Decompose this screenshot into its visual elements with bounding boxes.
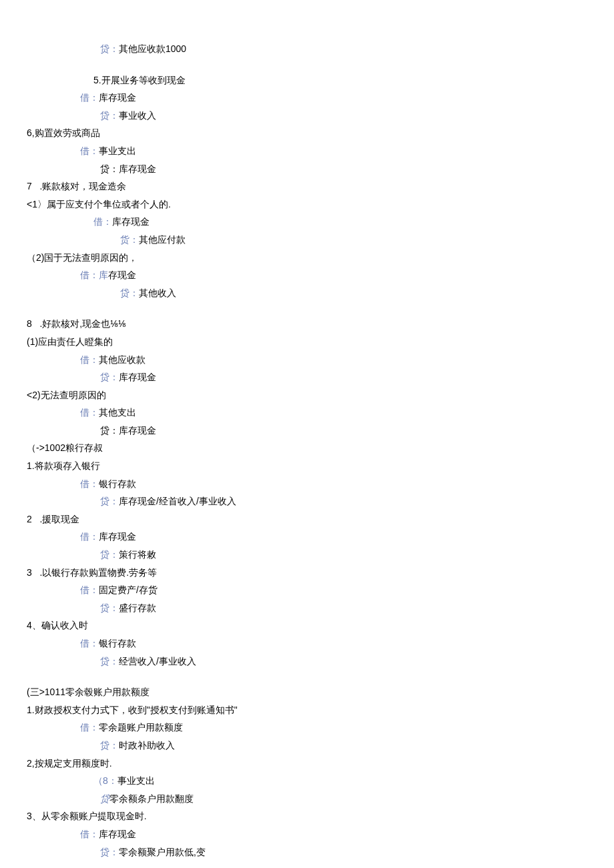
text-line: [27, 58, 587, 71]
text-line: 贷：策行将敕: [27, 546, 587, 564]
text-line: 借：其他应收款: [27, 351, 587, 369]
entry-text: 贷：库存现金: [100, 163, 156, 174]
text-line: 6,购置效劳或商品: [27, 124, 587, 142]
entry-text: 其他应收款1000: [119, 43, 186, 54]
text-line: <2)无法查明原因的: [27, 386, 587, 404]
text-line: 货：其他应付款: [27, 231, 587, 249]
text-line: 2 .援取现金: [27, 510, 587, 528]
entry-keyword: 贷：: [100, 110, 119, 121]
entry-text: 零余题账户用款额度: [99, 722, 183, 733]
text-line: (三>1011零余毂账户用款额度: [27, 683, 587, 701]
entry-keyword: 贷：: [100, 496, 119, 506]
text-line: [27, 302, 587, 315]
text-line: （->1002粮行存叔: [27, 439, 587, 457]
entry-text: 零余额条户用款翻度: [109, 793, 194, 804]
entry-text: 库存现金/经首收入/事业收入: [119, 496, 236, 506]
entry-text: 经营收入/事业收入: [119, 656, 196, 667]
text-line: 5.开展业务等收到现金: [27, 71, 587, 89]
entry-text: 固定费产/存货: [99, 584, 158, 595]
text-line: [27, 670, 587, 683]
entry-keyword: 贷：: [120, 288, 139, 298]
entry-text: 7 .账款核对，现金造余: [27, 181, 126, 191]
entry-text: <1〉属于应支付个隼位或者个人的.: [27, 199, 171, 209]
entry-text: 策行将敕: [119, 549, 156, 560]
entry-text: 其他支出: [99, 407, 136, 418]
entry-keyword: 借：: [80, 407, 99, 418]
entry-text: 1.财政授权支付力式下，收到"授权支付到账通知书": [27, 705, 238, 715]
entry-text: 贷：库存现金: [100, 425, 156, 436]
text-line: 3、从零余额账户提取现金时.: [27, 807, 587, 825]
text-line: 贷：库存现金: [27, 422, 587, 440]
entry-keyword: 借：: [80, 638, 99, 648]
entry-keyword: 借：: [80, 531, 99, 542]
entry-keyword: 贷：: [100, 549, 119, 560]
entry-text: 银行存款: [99, 478, 136, 489]
entry-text: 库存现金: [112, 216, 149, 227]
text-line: 贷：库存现金: [27, 368, 587, 386]
entry-text: 盛行存款: [119, 602, 156, 613]
entry-text: 8 .好款核对,现金也⅛⅛: [27, 318, 126, 329]
text-line: 借：库存现金: [27, 528, 587, 546]
text-line: 1.将款项存入银行: [27, 457, 587, 475]
text-line: 贷零余额条户用款翻度: [27, 790, 587, 808]
entry-text: 库存现金: [99, 92, 136, 103]
text-line: 借：其他支出: [27, 404, 587, 422]
entry-keyword: 贷：: [100, 43, 119, 54]
entry-keyword: （8：: [93, 775, 117, 786]
text-line: 7 .账款核对，现金造余: [27, 177, 587, 195]
text-line: 贷：经营收入/事业收入: [27, 653, 587, 671]
entry-text: （2)国于无法查明原因的，: [27, 252, 137, 263]
entry-text: 存现金: [108, 270, 136, 280]
text-line: 借：零余题账户用款额度: [27, 719, 587, 737]
entry-text: 时政补助收入: [119, 740, 175, 751]
text-line: 贷：库存现金: [27, 160, 587, 178]
text-line: 贷：其他收入: [27, 284, 587, 302]
text-line: 2,按规定支用额度时.: [27, 755, 587, 773]
entry-text: 4、确认收入时: [27, 620, 88, 630]
entry-text: (三>1011零余毂账户用款额度: [27, 687, 149, 697]
entry-text: 6,购置效劳或商品: [27, 127, 100, 138]
entry-keyword: 贷：: [100, 372, 119, 382]
text-line: 借：库存现金: [27, 266, 587, 284]
entry-keyword: 借：: [80, 354, 99, 365]
entry-text: 银行存款: [99, 638, 136, 648]
text-line: 借：银行存款: [27, 634, 587, 653]
text-line: (1)应由责任人瞪集的: [27, 333, 587, 351]
entry-text: （->1002粮行存叔: [27, 442, 103, 453]
text-line: （8：事业支出: [27, 772, 587, 790]
text-line: 借：事业支出: [27, 142, 587, 160]
text-line: <1〉属于应支付个隼位或者个人的.: [27, 195, 587, 213]
entry-keyword: 货：: [120, 234, 139, 245]
entry-text: 5.开展业务等收到现金: [93, 75, 186, 85]
entry-text: 2,按规定支用额度时.: [27, 758, 112, 769]
text-line: （2)国于无法查明原因的，: [27, 249, 587, 267]
entry-text: 库存现金: [99, 531, 136, 542]
text-line: 借：银行存款: [27, 475, 587, 493]
entry-text: <2)无法查明原因的: [27, 390, 106, 400]
text-line: 贷：盛行存款: [27, 599, 587, 617]
entry-text: (1)应由责任人瞪集的: [27, 336, 113, 347]
entry-text: 其他收入: [139, 288, 176, 298]
text-line: 借：库存现金: [27, 825, 587, 843]
entry-keyword: 借：: [80, 722, 99, 733]
entry-text: 1.将款项存入银行: [27, 460, 100, 471]
text-line: 贷：其他应收款1000: [27, 40, 587, 58]
text-line: 借：固定费产/存货: [27, 581, 587, 599]
entry-keyword: 借：: [80, 478, 99, 489]
text-line: 1.财政授权支付力式下，收到"授权支付到账通知书": [27, 701, 587, 719]
entry-text: 库存现金: [99, 829, 136, 839]
text-line: 3 .以银行存款购置物费.劳务等: [27, 564, 587, 582]
text-line: 贷：时政补助收入: [27, 737, 587, 755]
entry-text: 其他应收款: [99, 354, 145, 365]
entry-keyword: 贷：: [100, 656, 119, 667]
text-line: 借：库存现金: [27, 89, 587, 107]
entry-text: 事业支出: [117, 775, 155, 786]
entry-keyword: 贷: [100, 793, 109, 804]
entry-keyword: 借：: [80, 145, 99, 156]
document-body: 贷：其他应收款10005.开展业务等收到现金借：库存现金贷：事业收入6,购置效劳…: [27, 40, 587, 861]
entry-keyword: 借：: [80, 829, 99, 839]
entry-keyword: 借：库: [80, 270, 108, 280]
entry-keyword: 借：: [93, 216, 112, 227]
entry-keyword: 借：: [80, 584, 99, 595]
entry-keyword: 贷：: [100, 602, 119, 613]
